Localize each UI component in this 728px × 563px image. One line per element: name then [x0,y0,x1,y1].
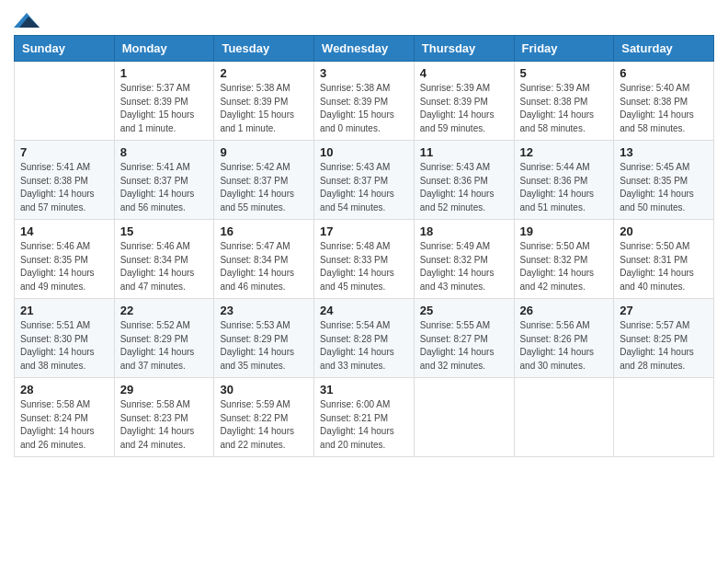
day-info: Sunrise: 5:38 AM Sunset: 8:39 PM Dayligh… [220,82,308,135]
day-info: Sunrise: 5:52 AM Sunset: 8:29 PM Dayligh… [120,319,209,373]
day-info: Sunrise: 5:44 AM Sunset: 8:36 PM Dayligh… [520,161,609,214]
day-info: Sunrise: 5:39 AM Sunset: 8:39 PM Dayligh… [420,82,508,135]
day-info: Sunrise: 5:58 AM Sunset: 8:23 PM Dayligh… [120,398,209,452]
calendar-cell [15,62,115,141]
day-number: 11 [420,145,508,159]
day-info: Sunrise: 5:41 AM Sunset: 8:38 PM Dayligh… [20,161,108,214]
calendar-cell: 31Sunrise: 6:00 AM Sunset: 8:21 PM Dayli… [314,378,415,457]
day-number: 5 [520,66,609,80]
calendar-week-row: 28Sunrise: 5:58 AM Sunset: 8:24 PM Dayli… [15,378,714,457]
calendar-week-row: 21Sunrise: 5:51 AM Sunset: 8:30 PM Dayli… [15,299,714,378]
calendar-cell: 23Sunrise: 5:53 AM Sunset: 8:29 PM Dayli… [214,299,314,378]
calendar-cell: 9Sunrise: 5:42 AM Sunset: 8:37 PM Daylig… [214,141,314,220]
calendar-cell [414,378,514,457]
day-number: 14 [20,224,108,238]
day-number: 31 [320,383,408,396]
calendar-cell: 30Sunrise: 5:59 AM Sunset: 8:22 PM Dayli… [214,378,314,457]
day-number: 29 [120,383,209,396]
day-number: 6 [620,66,708,80]
day-info: Sunrise: 5:37 AM Sunset: 8:39 PM Dayligh… [120,82,209,135]
day-number: 12 [520,145,609,159]
day-number: 9 [220,145,308,159]
calendar-cell: 26Sunrise: 5:56 AM Sunset: 8:26 PM Dayli… [514,299,614,378]
day-number: 8 [120,145,209,159]
calendar-cell: 22Sunrise: 5:52 AM Sunset: 8:29 PM Dayli… [114,299,214,378]
calendar-cell: 13Sunrise: 5:45 AM Sunset: 8:35 PM Dayli… [614,141,714,220]
day-info: Sunrise: 5:40 AM Sunset: 8:38 PM Dayligh… [620,82,708,135]
calendar-cell [514,378,614,457]
day-number: 20 [620,224,708,238]
day-number: 16 [220,224,308,238]
calendar-week-row: 14Sunrise: 5:46 AM Sunset: 8:35 PM Dayli… [15,220,714,299]
calendar-cell: 28Sunrise: 5:58 AM Sunset: 8:24 PM Dayli… [15,378,115,457]
day-info: Sunrise: 5:46 AM Sunset: 8:34 PM Dayligh… [120,240,209,293]
weekday-header-saturday: Saturday [614,36,714,62]
page-header [14,9,714,29]
day-info: Sunrise: 5:59 AM Sunset: 8:22 PM Dayligh… [220,398,308,452]
day-number: 4 [420,66,508,80]
calendar-cell [614,378,714,457]
day-number: 23 [220,304,308,317]
calendar-cell: 17Sunrise: 5:48 AM Sunset: 8:33 PM Dayli… [314,220,415,299]
calendar-cell: 16Sunrise: 5:47 AM Sunset: 8:34 PM Dayli… [214,220,314,299]
calendar-cell: 25Sunrise: 5:55 AM Sunset: 8:27 PM Dayli… [414,299,514,378]
day-info: Sunrise: 5:42 AM Sunset: 8:37 PM Dayligh… [220,161,308,214]
day-number: 15 [120,224,209,238]
day-info: Sunrise: 5:54 AM Sunset: 8:28 PM Dayligh… [320,319,408,373]
logo [14,9,44,29]
day-number: 27 [620,304,708,317]
weekday-header-wednesday: Wednesday [314,36,415,62]
day-info: Sunrise: 5:38 AM Sunset: 8:39 PM Dayligh… [320,82,408,135]
calendar-cell: 12Sunrise: 5:44 AM Sunset: 8:36 PM Dayli… [514,141,614,220]
calendar-cell: 19Sunrise: 5:50 AM Sunset: 8:32 PM Dayli… [514,220,614,299]
day-info: Sunrise: 5:49 AM Sunset: 8:32 PM Dayligh… [420,240,508,293]
day-info: Sunrise: 5:51 AM Sunset: 8:30 PM Dayligh… [20,319,108,373]
weekday-header-friday: Friday [514,36,614,62]
day-info: Sunrise: 5:48 AM Sunset: 8:33 PM Dayligh… [320,240,408,293]
day-number: 2 [220,66,308,80]
calendar-cell: 14Sunrise: 5:46 AM Sunset: 8:35 PM Dayli… [15,220,115,299]
day-info: Sunrise: 5:47 AM Sunset: 8:34 PM Dayligh… [220,240,308,293]
day-info: Sunrise: 5:50 AM Sunset: 8:32 PM Dayligh… [520,240,609,293]
weekday-header-monday: Monday [114,36,214,62]
weekday-header-thursday: Thursday [414,36,514,62]
day-number: 24 [320,304,408,317]
day-info: Sunrise: 5:41 AM Sunset: 8:37 PM Dayligh… [120,161,209,214]
day-number: 7 [20,145,108,159]
day-number: 17 [320,224,408,238]
day-number: 19 [520,224,609,238]
day-info: Sunrise: 5:39 AM Sunset: 8:38 PM Dayligh… [520,82,609,135]
day-info: Sunrise: 5:45 AM Sunset: 8:35 PM Dayligh… [620,161,708,214]
calendar-cell: 20Sunrise: 5:50 AM Sunset: 8:31 PM Dayli… [614,220,714,299]
day-number: 30 [220,383,308,396]
day-number: 26 [520,304,609,317]
day-info: Sunrise: 5:43 AM Sunset: 8:36 PM Dayligh… [420,161,508,214]
calendar-cell: 3Sunrise: 5:38 AM Sunset: 8:39 PM Daylig… [314,62,415,141]
weekday-header-sunday: Sunday [15,36,115,62]
calendar-cell: 4Sunrise: 5:39 AM Sunset: 8:39 PM Daylig… [414,62,514,141]
day-number: 22 [120,304,209,317]
day-number: 10 [320,145,408,159]
calendar-cell: 1Sunrise: 5:37 AM Sunset: 8:39 PM Daylig… [114,62,214,141]
calendar-cell: 5Sunrise: 5:39 AM Sunset: 8:38 PM Daylig… [514,62,614,141]
day-info: Sunrise: 5:55 AM Sunset: 8:27 PM Dayligh… [420,319,508,373]
calendar-cell: 15Sunrise: 5:46 AM Sunset: 8:34 PM Dayli… [114,220,214,299]
calendar-cell: 27Sunrise: 5:57 AM Sunset: 8:25 PM Dayli… [614,299,714,378]
day-info: Sunrise: 5:57 AM Sunset: 8:25 PM Dayligh… [620,319,708,373]
calendar-cell: 21Sunrise: 5:51 AM Sunset: 8:30 PM Dayli… [15,299,115,378]
calendar-cell: 7Sunrise: 5:41 AM Sunset: 8:38 PM Daylig… [15,141,115,220]
calendar-cell: 8Sunrise: 5:41 AM Sunset: 8:37 PM Daylig… [114,141,214,220]
weekday-header-row: SundayMondayTuesdayWednesdayThursdayFrid… [15,36,714,62]
day-info: Sunrise: 5:53 AM Sunset: 8:29 PM Dayligh… [220,319,308,373]
day-info: Sunrise: 5:46 AM Sunset: 8:35 PM Dayligh… [20,240,108,293]
day-number: 18 [420,224,508,238]
day-info: Sunrise: 5:43 AM Sunset: 8:37 PM Dayligh… [320,161,408,214]
day-info: Sunrise: 5:56 AM Sunset: 8:26 PM Dayligh… [520,319,609,373]
day-number: 13 [620,145,708,159]
day-info: Sunrise: 5:58 AM Sunset: 8:24 PM Dayligh… [20,398,108,452]
calendar-cell: 29Sunrise: 5:58 AM Sunset: 8:23 PM Dayli… [114,378,214,457]
weekday-header-tuesday: Tuesday [214,36,314,62]
calendar-cell: 18Sunrise: 5:49 AM Sunset: 8:32 PM Dayli… [414,220,514,299]
calendar-cell: 11Sunrise: 5:43 AM Sunset: 8:36 PM Dayli… [414,141,514,220]
calendar-cell: 2Sunrise: 5:38 AM Sunset: 8:39 PM Daylig… [214,62,314,141]
